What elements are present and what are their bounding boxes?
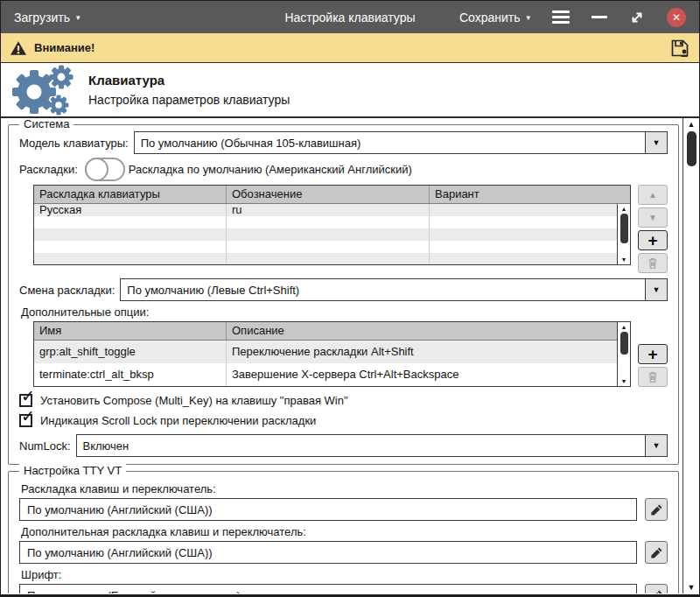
extra-options-label: Дополнительные опции: [21,306,668,319]
app-header: Клавиатура Настройка параметров клавиату… [1,63,699,118]
tty-font-field[interactable]: По умолчанию (Европейская латинская) [19,584,637,593]
layouts-toggle-row: Раскладки: Раскладка по умолчанию (Амери… [19,157,668,182]
compose-checkbox-label: Установить Compose (Multi_Key) на клавиш… [40,394,348,407]
title-bar: Загрузить ▾ Настройка клавиатуры Сохрани… [1,1,699,33]
pencil-icon [650,589,663,594]
options-table-buttons: + [638,321,668,387]
col-layout: Раскладка клавиатуры [34,186,227,203]
col-code: Обозначение [227,186,430,203]
scrolllock-checkbox-label: Индикация Scroll Lock при переключении р… [40,414,316,427]
load-menu-label: Загрузить [14,11,70,25]
table-row[interactable]: grp:alt_shift_toggle Переключение раскла… [34,341,630,363]
trash-icon [647,256,659,270]
warning-bar: Внимание! [1,33,699,63]
layout-table-row: Раскладка клавиатуры Обозначение Вариант… [19,185,668,273]
layout-switch-row: Смена раскладки: По умолчанию (Левые Ctr… [19,278,668,301]
gears-icon [8,65,74,116]
scroll-up-icon[interactable]: ▲ [688,120,696,129]
scroll-down-icon[interactable]: ▼ [621,378,627,384]
table-row-empty [34,241,630,253]
scroll-pane: Система Модель клавиатуры: По умолчанию … [1,118,682,593]
save-file-icon[interactable] [669,38,690,59]
checkbox-checked-icon[interactable]: ✓ [19,414,32,427]
save-menu-button[interactable]: Сохранить ▾ [459,11,530,25]
edit-button[interactable] [645,498,668,521]
layout-table-scrollbar[interactable]: ▲ ▼ [617,204,630,264]
scroll-down-icon[interactable]: ▼ [688,583,696,592]
numlock-select[interactable]: Включен ▼ [76,434,668,457]
table-row[interactable]: Русская ru [34,204,630,216]
dropdown-arrow-icon[interactable]: ▼ [645,132,667,153]
numlock-label: NumLock: [19,439,76,453]
layout-switch-select[interactable]: По умолчанию (Левые Ctrl+Shift) ▼ [120,278,668,301]
window-scrollbar[interactable]: ▲ ▼ [682,118,699,593]
options-table-scrollbar[interactable]: ▲ ▼ [617,322,630,386]
delete-option-button[interactable] [638,367,668,387]
keyboard-model-select[interactable]: По умолчанию (Обычная 105-клавишная) ▼ [134,131,668,154]
layouts-toggle-switch[interactable] [85,158,125,181]
trash-icon [647,370,659,383]
add-layout-button[interactable]: + [638,230,668,250]
system-fieldset-legend: Система [19,118,74,130]
table-row-empty [34,228,630,241]
edit-button[interactable] [645,541,668,564]
tty-layout-label: Раскладка клавиш и переключатель: [21,482,668,495]
toggle-knob [85,158,108,181]
scroll-up-icon[interactable]: ▲ [621,206,627,212]
layouts-label: Раскладки: [19,163,83,176]
tty-font-row: По умолчанию (Европейская латинская) [19,584,668,593]
scrollbar-thumb[interactable] [620,214,628,243]
page-subtitle: Настройка параметров клавиатуры [88,93,290,107]
table-row-empty [34,253,630,265]
save-menu-label: Сохранить [459,11,521,25]
options-table-row: Имя Описание grp:alt_shift_toggle Перекл… [19,321,668,387]
layouts-toggle-text: Раскладка по умолчанию (Американский Анг… [127,163,417,176]
move-up-button[interactable]: ▲ [638,185,668,205]
numlock-row: NumLock: Включен ▼ [19,434,668,457]
tty-font-label: Шрифт: [21,568,668,581]
scrolllock-checkbox-row[interactable]: ✓ Индикация Scroll Lock при переключении… [19,414,668,427]
chevron-down-icon: ▾ [76,12,80,22]
tty-layout-field[interactable]: По умолчанию (Английский (США)) [19,498,637,521]
tty-fieldset: Настройка TTY VT Раскладка клавиш и пере… [8,471,679,593]
warning-triangle-icon [10,40,27,56]
scrollbar-thumb[interactable] [620,332,628,355]
pencil-icon [650,546,663,559]
page-title: Клавиатура [88,73,290,88]
tty-fieldset-legend: Настройка TTY VT [19,464,126,477]
keyboard-model-row: Модель клавиатуры: По умолчанию (Обычная… [19,131,668,154]
numlock-value: Включен [77,435,645,456]
edit-button[interactable] [645,584,668,593]
options-table[interactable]: Имя Описание grp:alt_shift_toggle Перекл… [33,321,631,387]
load-menu-button[interactable]: Загрузить ▾ [14,11,80,25]
scroll-up-icon[interactable]: ▲ [621,324,627,330]
col-name: Имя [34,322,227,340]
warning-text: Внимание! [34,41,94,54]
tty-alt-layout-row: По умолчанию (Английский (США)) [19,541,668,564]
checkbox-checked-icon[interactable]: ✓ [19,394,32,407]
hamburger-menu-icon[interactable] [552,11,570,24]
compose-checkbox-row[interactable]: ✓ Установить Compose (Multi_Key) на клав… [19,394,668,407]
scrollbar-thumb[interactable] [687,131,696,166]
content-area: Система Модель клавиатуры: По умолчанию … [1,118,699,593]
delete-layout-button[interactable] [638,253,668,273]
move-down-button[interactable]: ▼ [638,207,668,228]
pencil-icon [650,503,663,516]
close-icon[interactable]: ✕ [667,8,686,27]
scroll-down-icon[interactable]: ▼ [621,256,627,263]
table-row[interactable]: terminate:ctrl_alt_bksp Завершение X-сер… [34,363,630,386]
dropdown-arrow-icon[interactable]: ▼ [645,279,667,300]
keyboard-settings-window: Загрузить ▾ Настройка клавиатуры Сохрани… [0,0,700,597]
dropdown-arrow-icon[interactable]: ▼ [645,435,667,456]
layout-table-header: Раскладка клавиатуры Обозначение Вариант [34,186,630,204]
minimize-icon[interactable] [592,16,607,18]
table-row-empty [34,216,630,228]
col-description: Описание [227,322,630,340]
layout-table[interactable]: Раскладка клавиатуры Обозначение Вариант… [33,185,631,265]
expand-icon[interactable] [629,10,645,25]
chevron-down-icon: ▾ [526,12,530,22]
system-fieldset: Система Модель клавиатуры: По умолчанию … [8,124,679,465]
add-option-button[interactable]: + [638,344,668,364]
tty-alt-layout-field[interactable]: По умолчанию (Английский (США)) [19,541,637,564]
tty-alt-layout-label: Дополнительная раскладка клавиш и перекл… [21,525,668,538]
